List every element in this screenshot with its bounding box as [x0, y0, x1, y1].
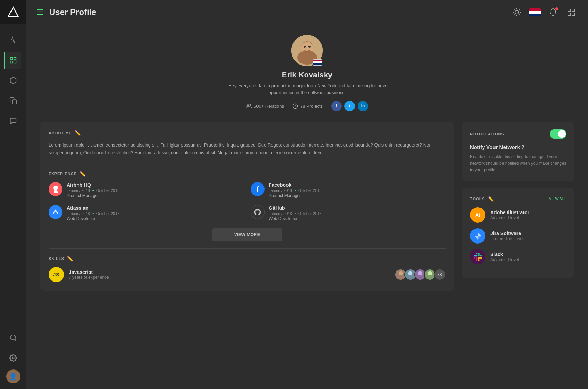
skill-endorsers: 38: [395, 269, 446, 280]
endorser-count: 38: [434, 269, 446, 280]
projects-stat: 78 Projects: [292, 103, 323, 109]
sidebar-bottom: 👤: [5, 329, 22, 389]
menu-icon[interactable]: ☰: [37, 8, 44, 17]
airbnb-details: Airbnb HQ January 2018 • October 2018 Pr…: [67, 182, 244, 198]
svg-rect-4: [14, 61, 16, 63]
sidebar-item-settings[interactable]: [5, 349, 22, 367]
tool-slack: Slack Advanced level: [470, 249, 566, 264]
svg-point-38: [416, 275, 424, 280]
about-label: ABOUT ME: [49, 131, 72, 135]
linkedin-icon[interactable]: in: [358, 101, 368, 111]
experience-item-github: GitHub January 2018 • October 2018 Web D…: [251, 205, 446, 221]
page-title: User Profile: [49, 7, 511, 17]
tools-label: TOOLS: [470, 197, 485, 201]
ai-logo: Ai: [470, 207, 485, 223]
experience-edit-icon[interactable]: ✏️: [80, 171, 85, 177]
sidebar-item-activity[interactable]: [5, 31, 22, 49]
skill-years: 7 years of experience: [69, 275, 390, 280]
notify-question: Notify Your Network ?: [470, 144, 566, 150]
grid-icon[interactable]: [565, 6, 578, 18]
github-details: GitHub January 2018 • October 2018 Web D…: [269, 205, 446, 221]
atlassian-logo: [49, 205, 62, 219]
sidebar-item-components[interactable]: [5, 92, 22, 110]
sidebar: 👤: [0, 0, 26, 389]
app-logo[interactable]: [0, 0, 26, 24]
notifications-card: NOTIFICATIONS Notify Your Network ? Enab…: [462, 122, 574, 181]
svg-point-32: [397, 275, 404, 280]
svg-line-13: [519, 14, 519, 15]
airbnb-role: Product Manager: [67, 193, 244, 198]
airbnb-dates: January 2018 • October 2018: [67, 188, 244, 193]
svg-rect-3: [10, 61, 12, 63]
skill-info: Javascript 7 years of experience: [69, 269, 390, 280]
svg-line-16: [514, 14, 514, 15]
content-area: Erik Kovalsky Hey everyone, Iam a produc…: [26, 24, 588, 389]
user-avatar-sidebar[interactable]: 👤: [6, 369, 20, 383]
svg-point-8: [12, 357, 14, 359]
svg-line-12: [514, 9, 514, 10]
header: ☰ User Profile: [26, 0, 588, 24]
atlassian-role: Web Developer: [67, 216, 244, 221]
twitter-icon[interactable]: t: [344, 101, 355, 111]
slack-level: Advanced level: [490, 257, 566, 262]
toggle-knob: [558, 130, 566, 138]
divider-1: [49, 164, 446, 164]
jira-logo: [470, 228, 485, 244]
experience-item-atlassian: Atlassian January 2018 • October 2018 We…: [49, 205, 244, 221]
airbnb-company: Airbnb HQ: [67, 182, 244, 188]
sidebar-item-3d[interactable]: [5, 72, 22, 89]
profile-bio: Hey everyone, Iam a product manager from…: [220, 82, 394, 96]
ai-level: Advanced level: [490, 215, 566, 220]
flag-icon[interactable]: [529, 6, 541, 18]
svg-point-28: [247, 104, 249, 106]
svg-rect-1: [10, 58, 12, 60]
sidebar-nav: [5, 24, 22, 329]
slack-info: Slack Advanced level: [490, 252, 566, 262]
about-text: Lorem ipsum dolor sit amet, consectetur …: [49, 141, 446, 157]
notification-icon[interactable]: [547, 6, 559, 18]
tools-header: TOOLS ✏️ VIEW ALL: [470, 196, 566, 202]
notifications-toggle[interactable]: [550, 129, 566, 139]
svg-rect-20: [568, 13, 571, 15]
tools-edit-icon[interactable]: ✏️: [488, 196, 494, 202]
github-role: Web Developer: [269, 216, 446, 221]
facebook-company: Facebook: [269, 182, 446, 188]
ai-name: Adobe Illustrator: [490, 210, 566, 215]
svg-line-7: [15, 339, 16, 341]
svg-rect-21: [572, 13, 574, 15]
facebook-details: Facebook January 2018 • October 2018 Pro…: [269, 182, 446, 198]
svg-rect-18: [568, 9, 571, 12]
profile-name: Erik Kovalsky: [282, 70, 332, 80]
skill-javascript: JS Javascript 7 years of experience: [49, 267, 446, 282]
experience-grid: Airbnb HQ January 2018 • October 2018 Pr…: [49, 182, 446, 221]
sidebar-item-messages[interactable]: [5, 112, 22, 130]
sun-icon[interactable]: [511, 6, 523, 18]
skills-label: SKILLS: [49, 256, 64, 261]
view-all-link[interactable]: VIEW ALL: [549, 196, 566, 201]
svg-marker-0: [8, 7, 18, 17]
profile-header: Erik Kovalsky Hey everyone, Iam a produc…: [40, 35, 574, 111]
tool-jira: Jira Software Intermediate level: [470, 228, 566, 244]
sidebar-item-dashboard[interactable]: [4, 52, 21, 69]
atlassian-dates: January 2018 • October 2018: [67, 211, 244, 216]
atlassian-details: Atlassian January 2018 • October 2018 We…: [67, 205, 244, 221]
svg-rect-19: [572, 9, 574, 12]
about-edit-icon[interactable]: ✏️: [75, 130, 81, 136]
experience-label: EXPERIENCE: [49, 172, 77, 176]
airbnb-logo: [49, 182, 62, 196]
view-more-button[interactable]: VIEW MORE: [212, 228, 282, 241]
avatar-container: [291, 35, 323, 66]
sidebar-item-search[interactable]: [5, 329, 22, 346]
skills-edit-icon[interactable]: ✏️: [67, 256, 73, 261]
facebook-icon[interactable]: f: [331, 101, 342, 111]
jira-level: Intermediate level: [490, 236, 566, 241]
projects-count: 78 Projects: [300, 104, 323, 109]
slack-logo: [470, 249, 485, 264]
github-dates: January 2018 • October 2018: [269, 211, 446, 216]
jira-info: Jira Software Intermediate level: [490, 231, 566, 241]
experience-item-facebook: f Facebook January 2018 • October 2018 P…: [251, 182, 446, 198]
svg-line-17: [519, 9, 519, 10]
slack-name: Slack: [490, 252, 566, 257]
relations-stat: 500+ Relations: [246, 103, 284, 109]
skills-section-header: SKILLS ✏️: [49, 256, 446, 261]
